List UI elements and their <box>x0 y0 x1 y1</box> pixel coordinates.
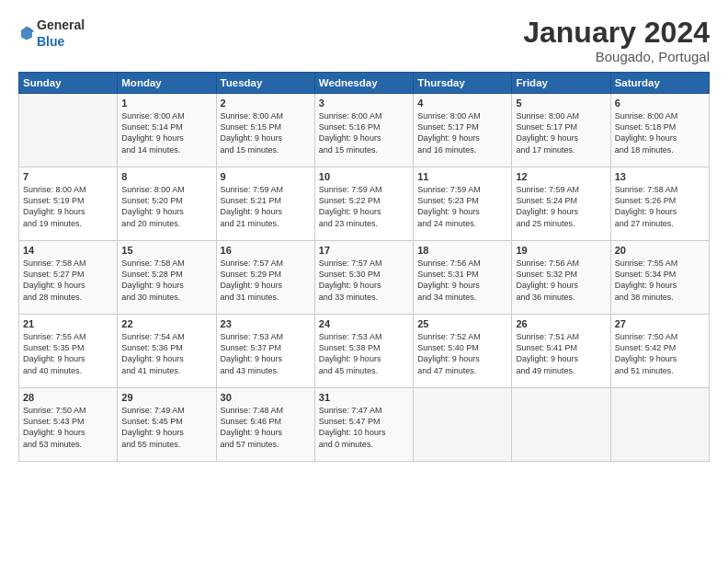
calendar-cell: 3Sunrise: 8:00 AM Sunset: 5:16 PM Daylig… <box>314 94 413 167</box>
logo-icon <box>18 25 35 41</box>
day-number: 18 <box>417 245 507 256</box>
week-row-1: 1Sunrise: 8:00 AM Sunset: 5:14 PM Daylig… <box>19 94 710 167</box>
calendar-cell: 22Sunrise: 7:54 AM Sunset: 5:36 PM Dayli… <box>118 315 216 388</box>
day-info: Sunrise: 7:48 AM Sunset: 5:46 PM Dayligh… <box>221 405 311 450</box>
calendar-cell: 12Sunrise: 7:59 AM Sunset: 5:24 PM Dayli… <box>512 167 610 241</box>
day-info: Sunrise: 7:59 AM Sunset: 5:21 PM Dayligh… <box>221 184 311 229</box>
day-number: 9 <box>221 171 311 182</box>
day-number: 6 <box>615 98 705 109</box>
day-number: 27 <box>615 318 705 329</box>
day-info: Sunrise: 7:53 AM Sunset: 5:37 PM Dayligh… <box>221 331 311 376</box>
calendar-cell: 26Sunrise: 7:51 AM Sunset: 5:41 PM Dayli… <box>512 315 610 388</box>
day-info: Sunrise: 7:52 AM Sunset: 5:40 PM Dayligh… <box>417 331 507 376</box>
calendar-cell: 10Sunrise: 7:59 AM Sunset: 5:22 PM Dayli… <box>314 167 413 241</box>
col-header-friday: Friday <box>512 73 610 94</box>
day-info: Sunrise: 7:55 AM Sunset: 5:35 PM Dayligh… <box>23 331 113 376</box>
day-info: Sunrise: 7:58 AM Sunset: 5:27 PM Dayligh… <box>23 258 113 303</box>
week-row-3: 14Sunrise: 7:58 AM Sunset: 5:27 PM Dayli… <box>19 241 710 315</box>
day-info: Sunrise: 8:00 AM Sunset: 5:16 PM Dayligh… <box>319 110 409 155</box>
day-number: 2 <box>221 98 311 109</box>
calendar-cell: 21Sunrise: 7:55 AM Sunset: 5:35 PM Dayli… <box>19 315 118 388</box>
calendar-cell: 27Sunrise: 7:50 AM Sunset: 5:42 PM Dayli… <box>610 315 709 388</box>
day-number: 30 <box>221 392 311 403</box>
col-header-monday: Monday <box>118 73 216 94</box>
calendar-cell <box>610 388 709 462</box>
col-header-wednesday: Wednesday <box>314 73 413 94</box>
col-header-tuesday: Tuesday <box>216 73 314 94</box>
day-number: 11 <box>417 171 507 182</box>
title-block: January 2024 Bougado, Portugal <box>523 17 710 64</box>
calendar-cell: 29Sunrise: 7:49 AM Sunset: 5:45 PM Dayli… <box>118 388 216 462</box>
calendar-cell: 20Sunrise: 7:55 AM Sunset: 5:34 PM Dayli… <box>610 241 709 315</box>
calendar-cell: 8Sunrise: 8:00 AM Sunset: 5:20 PM Daylig… <box>118 167 216 241</box>
header: General Blue January 2024 Bougado, Portu… <box>18 17 710 64</box>
calendar-subtitle: Bougado, Portugal <box>523 49 710 64</box>
day-info: Sunrise: 7:55 AM Sunset: 5:34 PM Dayligh… <box>615 258 705 303</box>
day-number: 4 <box>417 98 507 109</box>
day-info: Sunrise: 7:50 AM Sunset: 5:43 PM Dayligh… <box>23 405 113 450</box>
col-header-sunday: Sunday <box>19 73 118 94</box>
calendar-cell: 11Sunrise: 7:59 AM Sunset: 5:23 PM Dayli… <box>414 167 512 241</box>
calendar-cell: 30Sunrise: 7:48 AM Sunset: 5:46 PM Dayli… <box>216 388 314 462</box>
day-info: Sunrise: 7:57 AM Sunset: 5:30 PM Dayligh… <box>319 258 409 303</box>
day-info: Sunrise: 7:58 AM Sunset: 5:26 PM Dayligh… <box>615 184 705 229</box>
week-row-2: 7Sunrise: 8:00 AM Sunset: 5:19 PM Daylig… <box>19 167 710 241</box>
day-number: 31 <box>319 392 409 403</box>
calendar-table: SundayMondayTuesdayWednesdayThursdayFrid… <box>18 72 710 462</box>
day-info: Sunrise: 7:59 AM Sunset: 5:23 PM Dayligh… <box>417 184 507 229</box>
calendar-cell: 7Sunrise: 8:00 AM Sunset: 5:19 PM Daylig… <box>19 167 118 241</box>
day-info: Sunrise: 7:59 AM Sunset: 5:24 PM Dayligh… <box>516 184 606 229</box>
logo-general: General <box>37 17 85 32</box>
calendar-cell: 15Sunrise: 7:58 AM Sunset: 5:28 PM Dayli… <box>118 241 216 315</box>
day-number: 21 <box>23 318 113 329</box>
calendar-cell: 24Sunrise: 7:53 AM Sunset: 5:38 PM Dayli… <box>314 315 413 388</box>
day-info: Sunrise: 7:58 AM Sunset: 5:28 PM Dayligh… <box>121 258 211 303</box>
week-row-4: 21Sunrise: 7:55 AM Sunset: 5:35 PM Dayli… <box>19 315 710 388</box>
day-info: Sunrise: 7:59 AM Sunset: 5:22 PM Dayligh… <box>319 184 409 229</box>
day-info: Sunrise: 8:00 AM Sunset: 5:20 PM Dayligh… <box>121 184 211 229</box>
day-number: 1 <box>121 98 211 109</box>
day-info: Sunrise: 8:00 AM Sunset: 5:19 PM Dayligh… <box>23 184 113 229</box>
day-number: 28 <box>23 392 113 403</box>
calendar-cell: 2Sunrise: 8:00 AM Sunset: 5:15 PM Daylig… <box>216 94 314 167</box>
logo: General Blue <box>18 17 85 50</box>
day-info: Sunrise: 8:00 AM Sunset: 5:15 PM Dayligh… <box>221 110 311 155</box>
calendar-cell: 17Sunrise: 7:57 AM Sunset: 5:30 PM Dayli… <box>314 241 413 315</box>
day-number: 22 <box>121 318 211 329</box>
day-info: Sunrise: 8:00 AM Sunset: 5:14 PM Dayligh… <box>121 110 211 155</box>
logo-text: General Blue <box>37 17 85 50</box>
calendar-cell: 13Sunrise: 7:58 AM Sunset: 5:26 PM Dayli… <box>610 167 709 241</box>
calendar-cell: 19Sunrise: 7:56 AM Sunset: 5:32 PM Dayli… <box>512 241 610 315</box>
logo-blue: Blue <box>37 34 64 49</box>
col-header-saturday: Saturday <box>610 73 709 94</box>
calendar-cell: 28Sunrise: 7:50 AM Sunset: 5:43 PM Dayli… <box>19 388 118 462</box>
day-info: Sunrise: 7:49 AM Sunset: 5:45 PM Dayligh… <box>121 405 211 450</box>
day-info: Sunrise: 7:53 AM Sunset: 5:38 PM Dayligh… <box>319 331 409 376</box>
day-number: 26 <box>516 318 606 329</box>
day-number: 15 <box>121 245 211 256</box>
day-info: Sunrise: 7:56 AM Sunset: 5:32 PM Dayligh… <box>516 258 606 303</box>
day-number: 17 <box>319 245 409 256</box>
day-number: 23 <box>221 318 311 329</box>
day-info: Sunrise: 7:57 AM Sunset: 5:29 PM Dayligh… <box>221 258 311 303</box>
calendar-title: January 2024 <box>523 17 710 49</box>
day-number: 13 <box>615 171 705 182</box>
day-info: Sunrise: 8:00 AM Sunset: 5:17 PM Dayligh… <box>516 110 606 155</box>
week-row-5: 28Sunrise: 7:50 AM Sunset: 5:43 PM Dayli… <box>19 388 710 462</box>
day-number: 25 <box>417 318 507 329</box>
day-info: Sunrise: 8:00 AM Sunset: 5:17 PM Dayligh… <box>417 110 507 155</box>
day-number: 10 <box>319 171 409 182</box>
calendar-cell: 31Sunrise: 7:47 AM Sunset: 5:47 PM Dayli… <box>314 388 413 462</box>
calendar-cell: 14Sunrise: 7:58 AM Sunset: 5:27 PM Dayli… <box>19 241 118 315</box>
day-number: 29 <box>121 392 211 403</box>
day-number: 8 <box>121 171 211 182</box>
calendar-cell: 18Sunrise: 7:56 AM Sunset: 5:31 PM Dayli… <box>414 241 512 315</box>
calendar-cell <box>512 388 610 462</box>
day-info: Sunrise: 7:51 AM Sunset: 5:41 PM Dayligh… <box>516 331 606 376</box>
calendar-cell <box>19 94 118 167</box>
calendar-cell: 23Sunrise: 7:53 AM Sunset: 5:37 PM Dayli… <box>216 315 314 388</box>
day-number: 14 <box>23 245 113 256</box>
day-number: 3 <box>319 98 409 109</box>
col-header-thursday: Thursday <box>414 73 512 94</box>
calendar-page: General Blue January 2024 Bougado, Portu… <box>0 0 728 563</box>
